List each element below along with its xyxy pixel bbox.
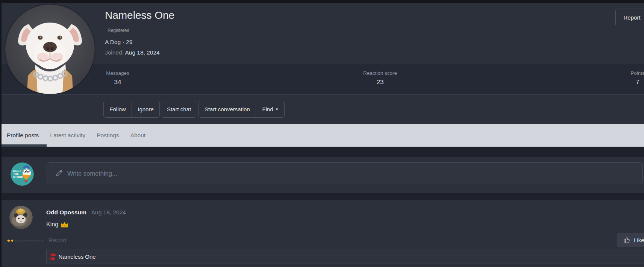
like-label: Like [634, 237, 644, 243]
current-user-avatar[interactable]: MEET THE STORK [11, 162, 34, 186]
post-date-link[interactable]: Aug 18, 2024 [91, 209, 126, 215]
stat-points: Points 7 [614, 70, 644, 86]
post-report-link[interactable]: Report [49, 237, 67, 244]
follow-button[interactable]: Follow [104, 101, 132, 117]
star-icon: ☆ [33, 238, 36, 243]
opossum-avatar-art [9, 206, 33, 229]
chevron-down-icon: ▾ [276, 107, 278, 112]
dot-separator: · [123, 39, 124, 45]
tab-profile-posts[interactable]: Profile posts [7, 132, 39, 139]
star-icon: ★ [7, 238, 11, 243]
start-chat-button[interactable]: Start chat [162, 101, 196, 118]
user-title: A Dog [105, 39, 121, 45]
pencil-icon [55, 170, 63, 177]
stat-value[interactable]: 7 [614, 79, 644, 86]
reply-author[interactable]: Nameless One [58, 253, 95, 260]
star-icon: ☆★ [11, 238, 14, 243]
stat-reaction-score: Reaction score 23 [356, 70, 404, 86]
thumbs-up-icon [623, 237, 630, 244]
action-buttons-row: Follow Ignore Start chat Start conversat… [2, 101, 644, 118]
star-icon: ☆ [29, 238, 33, 243]
start-conversation-button[interactable]: Start conversation [199, 101, 256, 117]
user-badge: Registered [108, 28, 129, 33]
joined-label: Joined: [105, 49, 124, 56]
star-icon: ☆ [25, 238, 29, 243]
stat-messages: Messages 34 [103, 70, 132, 86]
reply-row: this tbh Nameless One [46, 249, 644, 264]
post-date-separator: · [88, 209, 90, 215]
joined-date: Aug 18, 2024 [125, 49, 159, 56]
profile-post-composer: MEET THE STORK Write something... [2, 157, 644, 193]
follow-ignore-group: Follow Ignore [103, 101, 160, 118]
profile-header: Nameless One Registered A Dog · 29 Joine… [2, 3, 644, 64]
find-label: Find [262, 106, 273, 112]
tabs-band: Profile posts Latest activity Postings A… [2, 124, 644, 147]
stats-band: Messages 34 Reaction score 23 Points 7 [2, 64, 644, 95]
avatar-text-line3: STORK [13, 175, 23, 179]
user-age: 29 [126, 39, 132, 45]
star-icon: ☆ [36, 238, 40, 243]
username: Nameless One [105, 9, 174, 22]
conversation-find-group: Start conversation Find ▾ [199, 101, 285, 118]
post-author-link[interactable]: Odd Opossum [46, 209, 86, 215]
profile-page: { "profile": { "username": "Nameless One… [0, 0, 644, 267]
stat-label: Messages [103, 70, 132, 76]
composer-placeholder: Write something... [67, 170, 117, 177]
tab-list: Profile posts Latest activity Postings A… [7, 124, 145, 147]
actions-band: Follow Ignore Start chat Start conversat… [2, 95, 644, 124]
crown-emoji [61, 221, 68, 228]
stat-value[interactable]: 34 [103, 79, 132, 86]
write-something-input[interactable]: Write something... [47, 162, 643, 184]
user-title-age: A Dog · 29 [105, 39, 132, 46]
post-author-avatar[interactable] [9, 206, 33, 229]
section-gap [2, 193, 644, 200]
star-icon: ☆ [18, 238, 22, 243]
stat-value: 23 [356, 79, 404, 86]
logo-line2: tbh [49, 256, 56, 260]
star-icon: ☆ [40, 238, 44, 243]
post-text: King [46, 221, 58, 228]
user-rating-stars[interactable]: ★☆★☆☆☆☆☆☆☆☆ [7, 238, 44, 243]
post-content: King [46, 221, 68, 228]
profile-avatar[interactable] [5, 5, 95, 94]
find-menu-button[interactable]: Find ▾ [256, 101, 284, 117]
tab-latest-activity[interactable]: Latest activity [50, 132, 85, 139]
stat-label: Reaction score [356, 70, 404, 76]
ignore-button[interactable]: Ignore [132, 101, 159, 117]
post-author-row: Odd Opossum · Aug 18, 2024 [46, 209, 126, 216]
star-icon: ☆ [14, 238, 18, 243]
profile-post: Odd Opossum · Aug 18, 2024 King ★☆★☆☆☆☆☆… [2, 200, 644, 267]
report-user-button[interactable]: Report [615, 9, 644, 26]
stork-avatar-art: MEET THE STORK [11, 162, 34, 186]
stat-label: Points [614, 70, 644, 76]
joined-row: Joined: Aug 18, 2024 [105, 49, 160, 56]
star-icon: ☆ [22, 238, 26, 243]
section-gap [2, 147, 644, 157]
like-button[interactable]: Like [617, 233, 644, 247]
this-tbh-logo: this tbh [49, 253, 56, 260]
tab-about[interactable]: About [130, 132, 146, 139]
dog-avatar-art [5, 5, 95, 94]
tab-postings[interactable]: Postings [97, 132, 119, 139]
page-container: Nameless One Registered A Dog · 29 Joine… [2, 3, 644, 267]
